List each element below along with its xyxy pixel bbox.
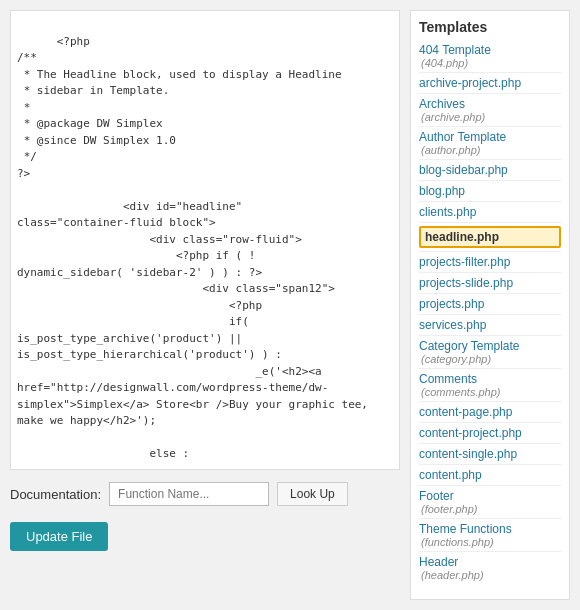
template-name[interactable]: Archives — [419, 97, 561, 111]
code-content: <?php /** * The Headline block, used to … — [17, 35, 368, 461]
template-item[interactable]: Author Template(author.php) — [419, 130, 561, 156]
divider — [419, 368, 561, 369]
template-name[interactable]: blog.php — [419, 184, 561, 198]
template-item[interactable]: Archives(archive.php) — [419, 97, 561, 123]
template-file: (archive.php) — [419, 111, 561, 123]
template-name[interactable]: Header — [419, 555, 561, 569]
template-item[interactable]: content-page.php — [419, 405, 561, 419]
template-file: (header.php) — [419, 569, 561, 581]
template-file: (comments.php) — [419, 386, 561, 398]
template-name[interactable]: blog-sidebar.php — [419, 163, 561, 177]
template-item[interactable]: headline.php — [419, 226, 561, 248]
template-name[interactable]: clients.php — [419, 205, 561, 219]
divider — [419, 551, 561, 552]
divider — [419, 443, 561, 444]
template-name[interactable]: Category Template — [419, 339, 561, 353]
divider — [419, 272, 561, 273]
look-up-button[interactable]: Look Up — [277, 482, 348, 506]
template-item[interactable]: clients.php — [419, 205, 561, 219]
template-item[interactable]: content-single.php — [419, 447, 561, 461]
divider — [419, 180, 561, 181]
templates-list: 404 Template(404.php)archive-project.php… — [419, 43, 561, 581]
template-item[interactable]: archive-project.php — [419, 76, 561, 90]
left-panel: <?php /** * The Headline block, used to … — [10, 10, 400, 600]
template-file: (functions.php) — [419, 536, 561, 548]
divider — [419, 72, 561, 73]
template-name[interactable]: content.php — [419, 468, 561, 482]
doc-label: Documentation: — [10, 487, 101, 502]
template-name[interactable]: projects-filter.php — [419, 255, 561, 269]
divider — [419, 518, 561, 519]
template-item[interactable]: content.php — [419, 468, 561, 482]
template-name[interactable]: services.php — [419, 318, 561, 332]
divider — [419, 401, 561, 402]
template-file: (footer.php) — [419, 503, 561, 515]
template-item[interactable]: content-project.php — [419, 426, 561, 440]
templates-panel: Templates 404 Template(404.php)archive-p… — [410, 10, 570, 600]
template-item[interactable]: Footer(footer.php) — [419, 489, 561, 515]
template-name[interactable]: content-page.php — [419, 405, 561, 419]
template-file: (category.php) — [419, 353, 561, 365]
template-name[interactable]: Theme Functions — [419, 522, 561, 536]
template-name[interactable]: content-project.php — [419, 426, 561, 440]
template-name[interactable]: headline.php — [425, 230, 555, 244]
template-item[interactable]: Theme Functions(functions.php) — [419, 522, 561, 548]
template-name[interactable]: Author Template — [419, 130, 561, 144]
update-file-button[interactable]: Update File — [10, 522, 108, 551]
template-item[interactable]: projects.php — [419, 297, 561, 311]
divider — [419, 293, 561, 294]
divider — [419, 335, 561, 336]
code-editor[interactable]: <?php /** * The Headline block, used to … — [10, 10, 400, 470]
template-item[interactable]: 404 Template(404.php) — [419, 43, 561, 69]
template-name[interactable]: Footer — [419, 489, 561, 503]
template-name[interactable]: content-single.php — [419, 447, 561, 461]
templates-heading: Templates — [419, 19, 561, 35]
template-name[interactable]: 404 Template — [419, 43, 561, 57]
template-item[interactable]: blog.php — [419, 184, 561, 198]
template-name[interactable]: Comments — [419, 372, 561, 386]
documentation-row: Documentation: Look Up — [10, 478, 400, 510]
divider — [419, 251, 561, 252]
template-item[interactable]: Header(header.php) — [419, 555, 561, 581]
template-item[interactable]: projects-filter.php — [419, 255, 561, 269]
template-item[interactable]: blog-sidebar.php — [419, 163, 561, 177]
divider — [419, 201, 561, 202]
template-file: (404.php) — [419, 57, 561, 69]
divider — [419, 222, 561, 223]
divider — [419, 126, 561, 127]
template-name[interactable]: projects.php — [419, 297, 561, 311]
template-item[interactable]: Comments(comments.php) — [419, 372, 561, 398]
function-name-input[interactable] — [109, 482, 269, 506]
divider — [419, 485, 561, 486]
divider — [419, 93, 561, 94]
template-file: (author.php) — [419, 144, 561, 156]
divider — [419, 314, 561, 315]
divider — [419, 464, 561, 465]
template-name[interactable]: archive-project.php — [419, 76, 561, 90]
template-item[interactable]: Category Template(category.php) — [419, 339, 561, 365]
template-item[interactable]: services.php — [419, 318, 561, 332]
divider — [419, 159, 561, 160]
divider — [419, 422, 561, 423]
template-name[interactable]: projects-slide.php — [419, 276, 561, 290]
template-item[interactable]: projects-slide.php — [419, 276, 561, 290]
